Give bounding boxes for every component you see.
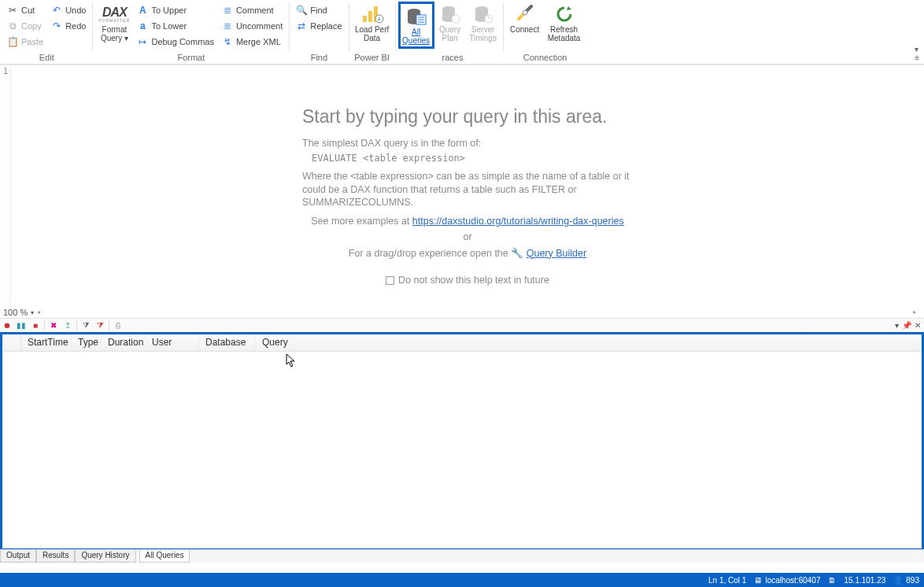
paste-button[interactable]: 📋Paste: [5, 34, 46, 49]
ribbon-group-edit: ✂Cut ⧉Copy 📋Paste ↶Undo ↷Redo Edit: [3, 2, 90, 63]
to-lower-button[interactable]: aTo Lower: [135, 18, 216, 33]
pane-pin-icon[interactable]: 📌: [902, 321, 911, 330]
hint-p2: Where the <table expression> can be as s…: [302, 170, 633, 209]
server-timings-label1: Server: [471, 25, 494, 34]
hscroll-right-icon[interactable]: ▸: [913, 308, 921, 316]
doc-icon: 🗎: [828, 576, 836, 585]
replace-button[interactable]: ⇄Replace: [294, 18, 344, 33]
grid-col-duration[interactable]: Duration: [102, 334, 146, 351]
user-icon: 👤: [893, 576, 903, 585]
find-button[interactable]: 🔍Find: [294, 2, 344, 17]
query-plan-icon: [438, 3, 463, 25]
undo-button[interactable]: ↶Undo: [49, 2, 88, 17]
hide-help-checkbox[interactable]: [386, 276, 394, 285]
query-editor[interactable]: Start by typing your query in this area.…: [11, 65, 924, 307]
server-timings-button[interactable]: ServerTimings: [466, 2, 501, 44]
query-builder-link[interactable]: Query Builder: [527, 248, 586, 259]
comment-label: Comment: [236, 6, 274, 15]
clear-icon[interactable]: ✖: [48, 320, 59, 331]
grid-col-type[interactable]: Type: [72, 334, 102, 351]
tab-results[interactable]: Results: [36, 550, 75, 563]
filter-clear-icon[interactable]: ⧩: [94, 320, 105, 331]
hint-code: EVALUATE <table expression>: [312, 153, 633, 164]
ribbon-group-edit-label: Edit: [3, 52, 90, 63]
load-perf-data-button[interactable]: Load PerfData: [352, 2, 393, 44]
debug-commas-icon: ↦: [137, 36, 148, 47]
hide-help-label: Do not show this help text in future: [398, 275, 549, 286]
copy-button[interactable]: ⧉Copy: [5, 18, 46, 33]
refresh-metadata-button[interactable]: RefreshMetadata: [544, 2, 585, 44]
status-users-text: 893: [906, 576, 919, 585]
uncomment-icon: ≣: [222, 20, 233, 31]
grid-header: StartTime Type Duration User Database Qu…: [2, 334, 922, 352]
comment-button[interactable]: ≣Comment: [220, 2, 285, 17]
to-upper-button[interactable]: ATo Upper: [135, 2, 216, 17]
all-queries-grid: StartTime Type Duration User Database Qu…: [0, 332, 924, 549]
copy-label: Copy: [21, 21, 42, 31]
connect-button[interactable]: Connect: [506, 2, 544, 44]
ribbon-options-toggle[interactable]: ▾≡: [915, 45, 919, 62]
server-icon: 🖥: [754, 576, 762, 585]
grid-col-database[interactable]: Database: [199, 334, 256, 351]
hint-p3a: See more examples at: [311, 216, 412, 227]
stop-icon[interactable]: ■: [30, 320, 41, 331]
paste-icon: 📋: [7, 36, 18, 47]
status-bar: Ln 1, Col 1 🖥localhost:60407 🗎 15.1.101.…: [0, 573, 924, 587]
copy-trace-icon[interactable]: ⎙: [113, 320, 124, 331]
tab-query-history[interactable]: Query History: [75, 550, 135, 563]
status-spid: 🗎: [828, 576, 836, 585]
query-plan-button[interactable]: QueryPlan: [434, 2, 466, 44]
status-host: localhost:60407: [765, 576, 820, 585]
grid-rowselector-header[interactable]: [2, 334, 21, 351]
connect-label: Connect: [510, 25, 539, 34]
export-up-icon[interactable]: ↥: [62, 320, 73, 331]
merge-xml-button[interactable]: ↯Merge XML: [220, 34, 285, 49]
ribbon-group-format: DAX FORMATTER FormatQuery ▾ ATo Upper aT…: [95, 2, 286, 63]
tab-all-queries[interactable]: All Queries: [139, 550, 190, 563]
zoom-level[interactable]: 100 %: [3, 308, 28, 317]
cut-label: Cut: [21, 6, 35, 15]
status-position: Ln 1, Col 1: [708, 576, 746, 585]
tutorials-link[interactable]: https://daxstudio.org/tutorials/writing-…: [412, 216, 624, 227]
uncomment-label: Uncomment: [236, 21, 283, 31]
status-users: 👤893: [893, 576, 919, 585]
hint-title: Start by typing your query in this area.: [302, 106, 633, 127]
pane-menu-icon[interactable]: ▾: [895, 321, 899, 330]
undo-label: Undo: [65, 6, 86, 15]
hscroll-track[interactable]: [48, 308, 921, 316]
grid-body[interactable]: [2, 352, 922, 548]
server-timings-label2: Timings: [469, 34, 497, 42]
cut-button[interactable]: ✂Cut: [5, 2, 46, 17]
editor-pane: 1 Start by typing your query in this are…: [0, 65, 924, 318]
connect-icon: [512, 3, 538, 25]
format-query-button[interactable]: DAX FORMATTER FormatQuery ▾: [95, 2, 133, 44]
zoom-bar: 100 % ▾ ◂ ▸: [0, 307, 924, 318]
filter-icon[interactable]: ⧩: [80, 320, 91, 331]
hscroll-left-icon[interactable]: ◂: [37, 308, 45, 316]
refresh-label2: Metadata: [548, 34, 581, 42]
record-icon[interactable]: ⏺: [2, 320, 13, 331]
status-server: 🖥localhost:60407: [754, 576, 820, 585]
ribbon-group-powerbi-label: Power BI: [352, 52, 393, 63]
debug-commas-button[interactable]: ↦Debug Commas: [135, 34, 216, 49]
find-label: Find: [310, 6, 327, 15]
load-perf-label1: Load Perf: [355, 25, 389, 34]
ribbon-group-connection: Connect RefreshMetadata Connection: [506, 2, 585, 63]
pause-icon[interactable]: ▮▮: [16, 320, 27, 331]
tab-output[interactable]: Output: [0, 550, 36, 563]
query-plan-label1: Query: [439, 25, 460, 34]
svg-rect-0: [363, 16, 367, 22]
all-queries-button[interactable]: AllQueries: [398, 2, 434, 49]
uncomment-button[interactable]: ≣Uncomment: [220, 18, 285, 33]
ribbon-group-connection-label: Connection: [506, 52, 585, 63]
ribbon: ✂Cut ⧉Copy 📋Paste ↶Undo ↷Redo Edit DAX F…: [0, 0, 924, 65]
grid-col-starttime[interactable]: StartTime: [21, 334, 72, 351]
dropdown-icon: ▾: [124, 34, 128, 42]
editor-hint: Start by typing your query in this area.…: [302, 106, 633, 290]
pane-close-icon[interactable]: ✕: [915, 321, 921, 330]
zoom-dropdown-icon[interactable]: ▾: [31, 309, 34, 316]
redo-button[interactable]: ↷Redo: [49, 18, 88, 33]
grid-col-query[interactable]: Query: [256, 334, 922, 351]
grid-col-user[interactable]: User: [146, 334, 199, 351]
load-perf-label2: Data: [364, 34, 380, 42]
